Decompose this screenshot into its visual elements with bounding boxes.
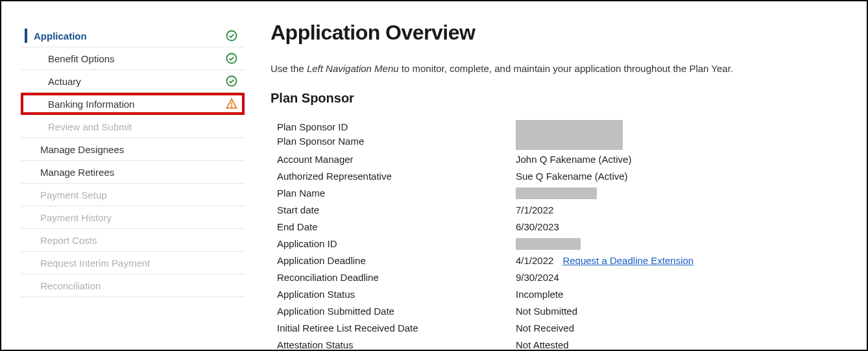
detail-label: Account Manager	[271, 152, 516, 167]
sidebar-item-manage-retirees[interactable]: Manage Retirees	[21, 161, 245, 184]
check-circle-icon	[225, 52, 238, 65]
detail-value-text: Not Attested	[516, 338, 569, 351]
detail-label: End Date	[271, 220, 516, 234]
detail-row: Plan Name	[271, 185, 847, 202]
detail-label: Application ID	[271, 237, 516, 251]
sidebar-item-request-interim-payment: Request Interim Payment	[21, 252, 245, 274]
intro-text: Use the Left Navigation Menu to monitor,…	[271, 63, 847, 74]
redacted-block	[516, 188, 597, 199]
sidebar-item-label: Report Costs	[40, 235, 97, 246]
detail-value: Not Attested	[516, 338, 847, 351]
detail-value: Not Submitted	[516, 304, 847, 319]
warning-triangle-icon	[225, 97, 238, 110]
redacted-block	[516, 238, 581, 250]
sidebar-item-label: Banking Information	[48, 99, 134, 110]
detail-label: Application Submitted Date	[271, 304, 516, 319]
request-deadline-extension-link[interactable]: Request a Deadline Extension	[562, 254, 693, 268]
detail-label: Application Deadline	[271, 254, 516, 268]
intro-post: to monitor, complete, and maintain your …	[399, 63, 733, 74]
sidebar-item-benefit-options[interactable]: Benefit Options	[21, 47, 245, 70]
sidebar-item-payment-setup: Payment Setup	[21, 184, 245, 206]
detail-value-text: 6/30/2023	[516, 220, 559, 234]
sidebar-item-reconciliation: Reconciliation	[21, 274, 245, 297]
detail-label: Plan Name	[271, 186, 516, 200]
sidebar-item-actuary[interactable]: Actuary	[21, 70, 245, 93]
detail-row: Start date7/1/2022	[271, 202, 847, 219]
detail-value: 7/1/2022	[516, 203, 847, 217]
detail-value: 6/30/2023	[516, 220, 847, 234]
sidebar-item-label: Actuary	[48, 76, 81, 87]
detail-row: Application Deadline4/1/2022Request a De…	[271, 252, 847, 269]
detail-row: Reconciliation Deadline9/30/2024	[271, 269, 847, 286]
detail-label: Authorized Representative	[271, 169, 516, 184]
detail-value-text: 4/1/2022	[516, 254, 553, 268]
detail-value: Sue Q Fakename (Active)	[516, 169, 847, 184]
section-title-plan-sponsor: Plan Sponsor	[271, 91, 847, 106]
sidebar-item-payment-history: Payment History	[21, 206, 245, 229]
detail-value-text: Not Received	[516, 321, 574, 335]
sidebar-item-label: Payment History	[40, 212, 112, 223]
sidebar-item-report-costs: Report Costs	[21, 229, 245, 252]
detail-value	[516, 120, 847, 150]
detail-value: Incomplete	[516, 287, 847, 302]
detail-row: Attestation StatusNot Attested	[271, 337, 847, 351]
detail-value-text: Not Submitted	[516, 304, 577, 319]
detail-value: 4/1/2022Request a Deadline Extension	[516, 254, 847, 268]
detail-row: Initial Retiree List Received DateNot Re…	[271, 320, 847, 337]
detail-row: Plan Sponsor IDPlan Sponsor Name	[271, 119, 847, 151]
plan-sponsor-details: Plan Sponsor IDPlan Sponsor NameAccount …	[271, 119, 847, 351]
detail-value-text: 9/30/2024	[516, 271, 559, 285]
detail-label: Start date	[271, 203, 516, 217]
detail-value: John Q Fakename (Active)	[516, 152, 847, 167]
detail-label: Plan Sponsor IDPlan Sponsor Name	[271, 120, 516, 150]
sidebar-item-label: Request Interim Payment	[40, 258, 150, 269]
detail-value	[516, 186, 847, 200]
detail-row: Application ID	[271, 236, 847, 252]
detail-row: Application StatusIncomplete	[271, 286, 847, 303]
sidebar-item-label: Benefit Options	[48, 53, 115, 64]
detail-value: Not Received	[516, 321, 847, 335]
detail-label: Attestation Status	[271, 338, 516, 351]
sidebar-item-banking-information[interactable]: Banking Information	[21, 93, 245, 115]
main-content: Application Overview Use the Left Naviga…	[271, 21, 847, 343]
sidebar-item-review-and-submit: Review and Submit	[21, 115, 245, 138]
sidebar-item-label: Manage Retirees	[40, 167, 114, 178]
detail-label: Reconciliation Deadline	[271, 271, 516, 285]
detail-value-text: John Q Fakename (Active)	[516, 152, 631, 167]
svg-point-4	[232, 106, 232, 107]
intro-emphasis: Left Navigation Menu	[307, 63, 399, 74]
redacted-block	[516, 120, 623, 150]
detail-value-text: Incomplete	[516, 287, 563, 302]
sidebar-item-label: Application	[34, 30, 87, 42]
sidebar-item-label: Manage Designees	[40, 144, 124, 155]
page-title: Application Overview	[271, 21, 847, 45]
left-navigation-menu: ApplicationBenefit OptionsActuaryBanking…	[21, 25, 245, 343]
detail-value	[516, 237, 847, 251]
detail-value: 9/30/2024	[516, 271, 847, 285]
detail-row: Account ManagerJohn Q Fakename (Active)	[271, 151, 847, 168]
sidebar-item-manage-designees[interactable]: Manage Designees	[21, 138, 245, 161]
check-circle-icon	[225, 29, 238, 42]
detail-value-text: 7/1/2022	[516, 203, 553, 217]
sidebar-item-label: Review and Submit	[48, 121, 132, 132]
sidebar-item-label: Payment Setup	[40, 189, 107, 200]
intro-pre: Use the	[271, 63, 307, 74]
sidebar-item-label: Reconciliation	[40, 280, 101, 291]
detail-row: Application Submitted DateNot Submitted	[271, 303, 847, 320]
sidebar-item-application[interactable]: Application	[21, 25, 245, 47]
detail-label: Application Status	[271, 287, 516, 302]
detail-value-text: Sue Q Fakename (Active)	[516, 169, 628, 184]
detail-row: End Date6/30/2023	[271, 219, 847, 236]
app-frame: ApplicationBenefit OptionsActuaryBanking…	[0, 0, 868, 351]
detail-label: Initial Retiree List Received Date	[271, 321, 516, 335]
detail-row: Authorized RepresentativeSue Q Fakename …	[271, 168, 847, 185]
check-circle-icon	[225, 75, 238, 88]
